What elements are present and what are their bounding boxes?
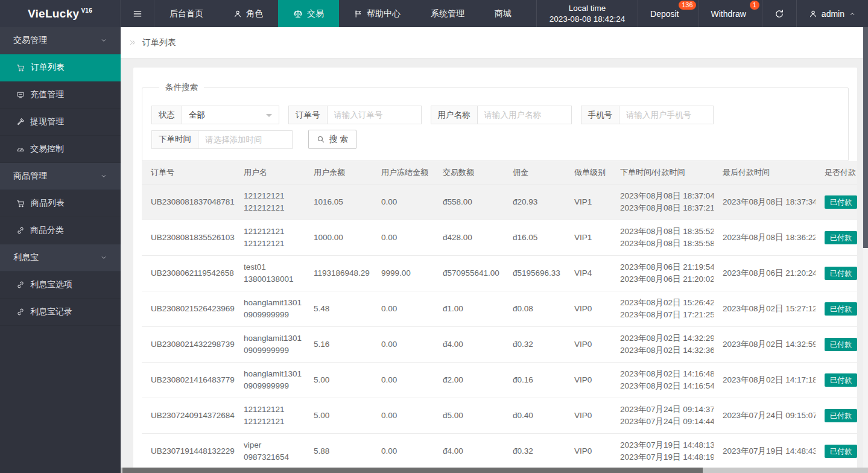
order-no-cell: UB2308081835526103: [142, 220, 235, 255]
search-panel: 条件搜索 状态 全部 订单号 用户名称: [142, 82, 849, 161]
user-menu[interactable]: admin: [796, 0, 868, 27]
paid-status-button[interactable]: 已付款: [825, 302, 857, 316]
sidebar-item[interactable]: 提现管理: [0, 109, 121, 136]
sidebar-item[interactable]: 利息宝记录: [0, 299, 121, 326]
paid-status-button[interactable]: 已付款: [825, 445, 857, 458]
sidebar: 交易管理订单列表充值管理提现管理交易控制商品管理商品列表商品分类利息宝利息宝选项…: [0, 27, 121, 473]
gavel-icon: [16, 118, 25, 126]
chevron-down-icon: [100, 254, 107, 261]
vertical-scrollbar-thumb[interactable]: [863, 27, 868, 248]
nav-item-label: 帮助中心: [367, 8, 401, 19]
sidebar-item[interactable]: 交易控制: [0, 136, 121, 163]
deposit-button[interactable]: Deposit 136: [638, 0, 698, 27]
sidebar-section-2[interactable]: 利息宝: [0, 244, 121, 271]
order-time-group: 下单时间: [151, 130, 293, 149]
sidebar-item[interactable]: 商品列表: [0, 190, 121, 217]
chevron-up-icon: [849, 10, 856, 17]
sidebar-item-label: 订单列表: [31, 62, 65, 73]
order-no-group: 订单号: [288, 106, 422, 124]
frozen-cell: 0.00: [372, 184, 434, 220]
phone-label: 手机号: [581, 106, 620, 124]
refresh-icon: [775, 9, 784, 19]
deposit-label: Deposit: [650, 9, 679, 19]
sidebar-section-0[interactable]: 交易管理: [0, 27, 121, 54]
gauge-icon: [16, 145, 25, 153]
user-name-input[interactable]: [478, 106, 571, 124]
user-cell: test0113800138001: [235, 255, 305, 291]
column-header: 佣金: [504, 161, 565, 184]
brand-version: V16: [81, 7, 92, 14]
chevron-down-icon: [100, 173, 107, 180]
order-row: UB2308062119542658test011380013800111931…: [142, 255, 857, 291]
sidebar-item[interactable]: 利息宝选项: [0, 271, 121, 299]
nav-item-0[interactable]: 后台首页: [154, 0, 218, 27]
paid-status-button[interactable]: 已付款: [825, 231, 857, 244]
horizontal-scrollbar[interactable]: [121, 468, 868, 473]
brand-logo[interactable]: VieLuckyV16: [0, 0, 121, 27]
cart-icon: [16, 63, 25, 72]
search-button[interactable]: 搜 索: [308, 130, 356, 149]
amount-cell: đ570955641.00: [434, 255, 504, 291]
link-icon: [16, 226, 25, 235]
sidebar-item[interactable]: 商品分类: [0, 217, 121, 244]
user-cell: 121212121121212121: [235, 398, 305, 433]
search-button-label: 搜 索: [329, 134, 348, 145]
nav-item-3[interactable]: 帮助中心: [339, 0, 416, 27]
status-group: 状态 全部: [151, 106, 279, 124]
sidebar-item[interactable]: 充值管理: [0, 81, 121, 109]
order-no-cell: UB2308021416483779: [142, 362, 235, 398]
refresh-button[interactable]: [762, 0, 796, 27]
link-icon: [16, 281, 25, 289]
paid-status-button[interactable]: 已付款: [825, 338, 857, 351]
level-cell: VIP0: [565, 291, 611, 326]
amount-cell: đ1.00: [434, 291, 504, 326]
order-no-cell: UB2307240914372684: [142, 398, 235, 433]
balance-cell: 1016.05: [305, 184, 372, 220]
pay-status-cell: 已付款: [816, 433, 857, 469]
status-select[interactable]: 全部: [182, 106, 279, 124]
deposit-badge: 136: [679, 1, 695, 10]
phone-input[interactable]: [619, 106, 713, 124]
amount-cell: đ428.00: [434, 220, 504, 255]
sidebar-item[interactable]: 订单列表: [0, 54, 121, 81]
commission-cell: đ0.32: [504, 433, 565, 469]
vertical-scrollbar[interactable]: [863, 27, 868, 473]
pay-status-cell: 已付款: [816, 326, 857, 362]
status-label: 状态: [152, 106, 182, 124]
paid-status-button[interactable]: 已付款: [825, 409, 857, 422]
local-time-label: Local time: [569, 3, 606, 14]
nav-item-4[interactable]: 系统管理: [416, 0, 480, 27]
search-icon: [317, 135, 325, 144]
paid-status-button[interactable]: 已付款: [825, 267, 857, 280]
order-time-input[interactable]: [198, 131, 292, 148]
paid-status-button[interactable]: 已付款: [825, 373, 857, 387]
paid-status-button[interactable]: 已付款: [825, 195, 857, 209]
amount-cell: đ4.00: [434, 326, 504, 362]
column-header: 用户余额: [305, 161, 372, 184]
frozen-cell: 0.00: [372, 326, 434, 362]
user-name: admin: [822, 9, 844, 19]
last-pay-cell: 2023年08月08日 18:37:34: [714, 184, 816, 220]
sidebar-toggle-button[interactable]: [121, 0, 154, 27]
order-time-cell: 2023年08月02日 14:32:292023年08月02日 14:32:36: [611, 326, 714, 362]
balance-cell: 1193186948.29: [305, 255, 372, 291]
last-pay-cell: 2023年07月24日 09:15:07: [714, 398, 816, 433]
order-no-input[interactable]: [328, 106, 421, 124]
nav-item-5[interactable]: 商城: [480, 0, 527, 27]
search-row-1: 状态 全部 订单号 用户名称 手机: [151, 106, 839, 124]
withdraw-button[interactable]: Withdraw 1: [699, 0, 762, 27]
withdraw-badge: 1: [750, 1, 759, 10]
frozen-cell: 0.00: [372, 433, 434, 469]
nav-item-1[interactable]: 角色: [218, 0, 278, 27]
order-no-cell: UB2307191448132229: [142, 433, 235, 469]
chevron-down-icon: [100, 37, 107, 44]
order-time-cell: 2023年07月24日 09:14:372023年07月24日 09:14:44: [611, 398, 714, 433]
order-time-cell: 2023年07月19日 14:48:132023年07月19日 14:48:19: [611, 433, 714, 469]
column-header: 用户名: [235, 161, 305, 184]
order-time-cell: 2023年08月08日 18:37:042023年08月08日 18:37:21: [611, 184, 714, 220]
horizontal-scrollbar-thumb[interactable]: [122, 468, 703, 473]
last-pay-cell: 2023年08月02日 14:17:18: [714, 362, 816, 398]
sidebar-section-1[interactable]: 商品管理: [0, 163, 121, 190]
nav-item-2[interactable]: 交易: [278, 0, 339, 27]
column-header: 是否付款: [816, 161, 857, 184]
